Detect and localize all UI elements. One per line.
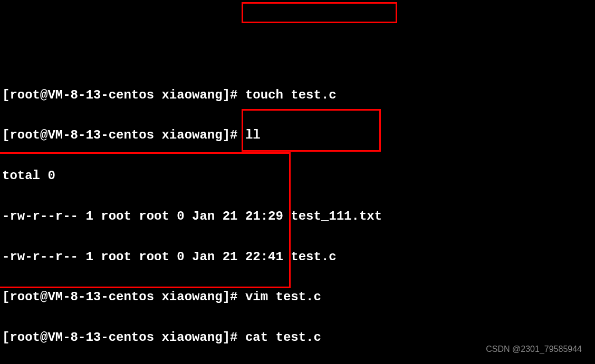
ll-file1: -rw-r--r-- 1 root root 0 Jan 21 21:29 te…	[2, 206, 593, 227]
highlight-box-touch	[242, 2, 397, 23]
terminal-line-2: [root@VM-8-13-centos xiaowang]# ll	[2, 125, 593, 145]
prompt: [root@VM-8-13-centos xiaowang]#	[2, 128, 245, 142]
command-vim: vim test.c	[245, 290, 321, 304]
prompt: [root@VM-8-13-centos xiaowang]#	[2, 88, 245, 102]
ll-file2: -rw-r--r-- 1 root root 0 Jan 21 22:41 te…	[2, 247, 593, 267]
terminal-line-vim: [root@VM-8-13-centos xiaowang]# vim test…	[2, 287, 593, 307]
prompt: [root@VM-8-13-centos xiaowang]#	[2, 330, 245, 345]
command-touch: touch test.c	[245, 88, 337, 102]
command-ll: ll	[245, 128, 261, 142]
terminal-line-1: [root@VM-8-13-centos xiaowang]# touch te…	[2, 85, 593, 105]
watermark: CSDN @2301_79585944	[486, 342, 582, 356]
command-cat: cat test.c	[245, 330, 321, 345]
prompt: [root@VM-8-13-centos xiaowang]#	[2, 290, 245, 304]
ll-total: total 0	[2, 166, 593, 186]
